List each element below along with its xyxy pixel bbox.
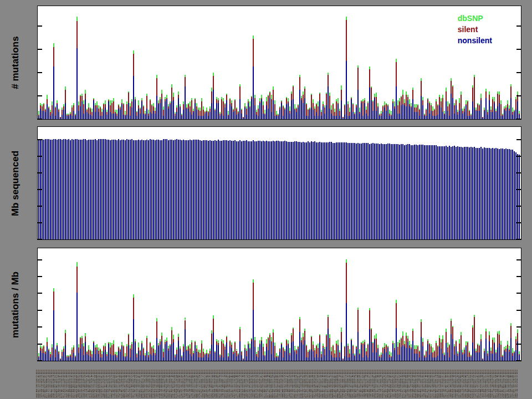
bar-segment <box>304 86 305 89</box>
stacked-bar <box>180 248 181 361</box>
bar-segment <box>158 346 159 361</box>
bar-segment <box>40 109 41 119</box>
y-tick-left <box>38 326 42 328</box>
stacked-bar <box>258 248 259 361</box>
bar-segment <box>283 357 284 361</box>
y-tick-right <box>516 222 521 223</box>
bar-segment <box>43 140 44 239</box>
bar-segment <box>118 346 119 347</box>
stacked-bar <box>45 248 46 361</box>
bar-segment <box>43 345 44 346</box>
bar-segment <box>241 110 242 113</box>
bar-segment <box>100 357 101 361</box>
bar-segment <box>412 331 413 340</box>
stacked-bar <box>43 6 44 119</box>
bar-segment <box>381 357 382 361</box>
stacked-bar <box>256 127 257 239</box>
stacked-bar <box>411 248 412 361</box>
bar-segment <box>439 97 440 105</box>
bar-segment <box>382 348 383 354</box>
bar-segment <box>274 104 275 116</box>
bar-segment <box>195 98 196 99</box>
bar-segment <box>419 109 420 110</box>
bar-segment <box>367 101 369 103</box>
stacked-bar <box>411 127 412 239</box>
bar-segment <box>63 346 64 349</box>
bar-segment <box>52 140 53 239</box>
bar-segment <box>91 140 93 239</box>
bar-segment <box>111 355 112 361</box>
stacked-bar <box>497 127 498 239</box>
stacked-bar <box>359 248 360 361</box>
bar-segment <box>318 101 319 106</box>
bar-segment <box>108 343 109 344</box>
bar-segment <box>223 116 224 119</box>
bar-segment <box>173 339 174 342</box>
bar-segment <box>494 97 495 101</box>
bar-segment <box>138 105 139 109</box>
bar-segment <box>214 110 216 111</box>
legend: dbSNP silent nonsilent <box>458 13 492 46</box>
stacked-bar <box>103 127 104 239</box>
bar-segment <box>396 328 397 361</box>
stacked-bar <box>495 248 497 361</box>
bar-segment <box>314 350 315 357</box>
bar-segment <box>480 147 482 239</box>
bar-segment <box>53 310 54 361</box>
bar-segment <box>248 141 249 239</box>
bar-segment <box>160 345 161 361</box>
bar-segment <box>387 104 388 105</box>
stacked-bar <box>261 248 262 361</box>
bar-segment <box>357 68 359 90</box>
bar-segment <box>145 356 146 361</box>
bar-segment <box>411 347 412 349</box>
bar-segment <box>231 342 232 345</box>
bar-segment <box>81 140 83 239</box>
bar-segment <box>349 143 350 239</box>
bar-segment <box>294 352 295 361</box>
bar-segment <box>68 116 69 119</box>
bar-segment <box>120 108 121 110</box>
bar-segment <box>168 104 169 106</box>
bar-segment <box>170 345 171 346</box>
stacked-bar <box>389 127 390 239</box>
stacked-bar <box>88 248 89 361</box>
stacked-bar <box>200 248 201 361</box>
bar-segment <box>150 112 151 119</box>
stacked-bar <box>470 127 472 239</box>
stacked-bar <box>264 6 265 119</box>
stacked-bar <box>505 127 507 239</box>
bar-segment <box>497 91 498 94</box>
bar-segment <box>494 337 495 342</box>
bar-segment <box>47 346 48 361</box>
y-tick-left <box>38 310 42 311</box>
bar-segment <box>422 105 423 119</box>
bar-segment <box>306 346 307 357</box>
stacked-bar <box>224 248 226 361</box>
bar-segment <box>449 116 450 119</box>
bar-segment <box>472 101 473 119</box>
bar-segment <box>386 344 387 345</box>
bar-segment <box>316 142 317 239</box>
bar-segment <box>296 354 297 361</box>
bar-segment <box>409 348 410 361</box>
bar-segment <box>434 110 435 116</box>
bar-segment <box>261 99 262 119</box>
bar-segment <box>100 116 101 119</box>
stacked-bar <box>248 127 249 239</box>
bar-segment <box>431 344 432 346</box>
bar-segment <box>60 139 61 239</box>
stacked-bar <box>507 127 508 239</box>
bar-segment <box>512 356 513 361</box>
bar-segment <box>397 342 398 346</box>
bar-segment <box>436 116 437 119</box>
stacked-bar <box>98 248 99 361</box>
stacked-bar <box>201 248 202 361</box>
y-tick-left <box>38 293 42 294</box>
stacked-bar <box>283 6 284 119</box>
bar-segment <box>351 98 352 99</box>
bar-segment <box>73 140 74 239</box>
bar-segment <box>155 353 156 355</box>
bar-segment <box>118 139 119 239</box>
bar-segment <box>130 116 131 119</box>
